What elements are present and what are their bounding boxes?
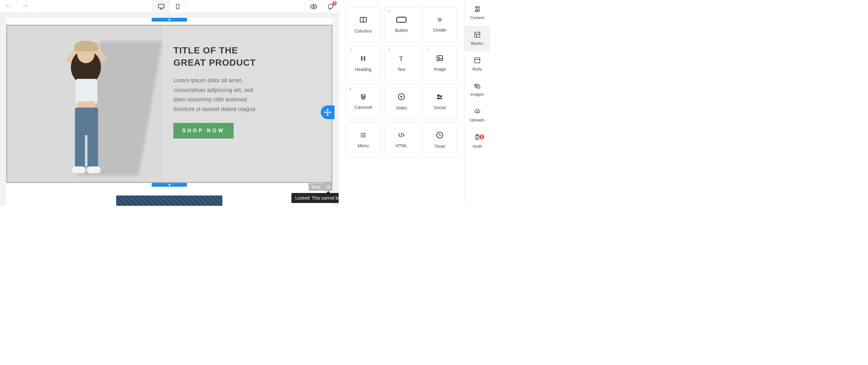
block-tile-menu[interactable]: Menu <box>346 122 381 157</box>
plus-icon <box>167 182 172 187</box>
html-icon <box>396 132 406 140</box>
mobile-view-button[interactable] <box>169 0 186 13</box>
row-lock-button[interactable] <box>323 183 332 191</box>
add-section-top-button[interactable] <box>152 18 187 22</box>
bolt-icon <box>348 87 352 92</box>
tab-content[interactable]: Content <box>464 0 490 26</box>
tab-blocks[interactable]: Blocks <box>464 26 490 51</box>
row-text-column: TITLE OF THE GREAT PRODUCT Lorem ipsum d… <box>163 26 331 182</box>
product-description[interactable]: Lorem ipsum dolor sit amet, consectetuer… <box>173 76 264 114</box>
block-label: Divider <box>433 28 447 32</box>
block-tile-image[interactable]: Image <box>422 45 457 80</box>
block-tile-button[interactable]: Button <box>384 7 419 42</box>
ai-spark-icon <box>348 48 353 54</box>
tab-label: Content <box>470 15 485 20</box>
lock-tooltip: Locked: This cannot be edited <box>291 193 339 203</box>
image-icon <box>436 54 444 63</box>
notification-badge: 3 <box>332 1 337 6</box>
svg-point-30 <box>437 94 440 97</box>
menu-icon <box>359 132 367 140</box>
block-tile-columns[interactable]: Columns <box>346 7 381 42</box>
block-tile-heading[interactable]: HHeading <box>346 45 381 80</box>
video-icon <box>397 92 405 102</box>
images-icon <box>473 83 481 90</box>
row-block[interactable]: TITLE OF THE GREAT PRODUCT Lorem ipsum d… <box>6 25 332 183</box>
redo-button[interactable] <box>17 0 34 13</box>
redo-icon <box>22 3 28 10</box>
add-section-bottom-button[interactable] <box>152 183 187 187</box>
heading-icon: H <box>359 54 367 63</box>
block-label: Text <box>398 67 406 72</box>
tab-label: Body <box>472 66 482 71</box>
svg-marker-39 <box>475 9 477 11</box>
block-tile-social[interactable]: Social <box>422 84 457 119</box>
block-label: Social <box>434 105 446 110</box>
ai-spark-icon <box>425 48 430 54</box>
block-label: Columns <box>354 28 372 33</box>
product-model-image <box>44 32 126 182</box>
row-tag-group: Row <box>309 183 332 191</box>
shop-now-button[interactable]: SHOP NOW <box>173 123 234 139</box>
right-tabs: ContentBlocksBodyImagesUploadsAudit5 <box>464 0 490 206</box>
svg-marker-29 <box>401 95 403 98</box>
tab-audit[interactable]: Audit5 <box>464 128 490 154</box>
undo-button[interactable] <box>0 0 17 13</box>
mobile-icon <box>175 3 181 10</box>
blocks-panel: ColumnsButtonDividerHHeadingTTextImageCa… <box>339 0 464 206</box>
tab-label: Images <box>470 92 484 96</box>
canvas[interactable]: TITLE OF THE GREAT PRODUCT Lorem ipsum d… <box>0 13 339 206</box>
svg-point-37 <box>475 6 477 8</box>
svg-text:H: H <box>361 54 366 62</box>
svg-rect-12 <box>327 187 329 189</box>
block-label: Heading <box>355 67 371 72</box>
preview-button[interactable] <box>305 0 322 13</box>
block-label: HTML <box>396 143 407 148</box>
tab-images[interactable]: Images <box>464 77 490 103</box>
next-row-preview <box>116 195 222 206</box>
move-handle[interactable] <box>321 105 335 119</box>
text-icon: T <box>397 54 405 63</box>
uploads-icon <box>474 109 481 116</box>
block-tile-divider[interactable]: Divider <box>422 7 457 42</box>
block-label: Timer <box>434 144 445 149</box>
block-tile-timer[interactable]: Timer <box>422 122 457 157</box>
carousel-icon <box>359 93 368 101</box>
svg-text:T: T <box>399 54 403 62</box>
undo-icon <box>5 3 11 10</box>
audit-icon <box>474 134 480 142</box>
svg-point-5 <box>313 6 314 7</box>
tab-label: Audit <box>472 144 482 148</box>
notifications-button[interactable]: 3 <box>322 0 339 13</box>
block-tile-carousel[interactable]: Carousel <box>346 84 381 119</box>
block-label: Menu <box>358 143 369 148</box>
svg-point-48 <box>475 85 476 86</box>
svg-point-31 <box>440 95 442 97</box>
block-tile-video[interactable]: Video <box>384 84 419 119</box>
svg-point-22 <box>438 57 439 58</box>
ai-spark-icon <box>387 10 391 15</box>
block-tile-html[interactable]: HTML <box>384 122 419 157</box>
block-label: Image <box>434 66 446 72</box>
svg-point-25 <box>362 99 362 99</box>
social-icon <box>435 93 444 101</box>
tab-body[interactable]: Body <box>464 51 490 77</box>
row-type-label: Row <box>309 183 323 191</box>
tab-label: Uploads <box>470 118 485 122</box>
body-icon <box>474 57 481 65</box>
desktop-view-button[interactable] <box>152 0 169 13</box>
tab-uploads[interactable]: Uploads <box>464 103 490 128</box>
block-tile-text[interactable]: TText <box>384 45 419 80</box>
svg-rect-0 <box>158 4 164 8</box>
svg-rect-40 <box>477 9 479 11</box>
canvas-body: TITLE OF THE GREAT PRODUCT Lorem ipsum d… <box>6 18 332 206</box>
block-label: Carousel <box>354 105 372 110</box>
content-icon <box>473 6 481 13</box>
svg-rect-15 <box>397 17 406 22</box>
product-title[interactable]: TITLE OF THE GREAT PRODUCT <box>173 45 319 69</box>
title-line-1: TITLE OF THE <box>173 45 238 55</box>
audit-badge: 5 <box>479 135 484 139</box>
svg-rect-47 <box>476 85 480 88</box>
columns-icon <box>359 16 368 25</box>
svg-line-35 <box>401 133 402 137</box>
svg-rect-46 <box>474 84 478 87</box>
